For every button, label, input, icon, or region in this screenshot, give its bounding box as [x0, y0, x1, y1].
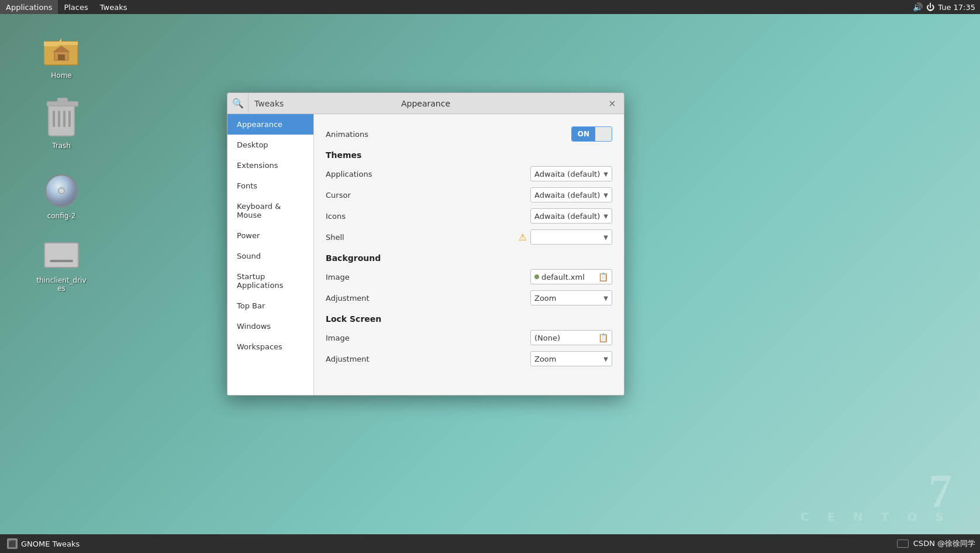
ls-adjustment-arrow-icon: ▼	[603, 356, 608, 362]
clock: Tue 17:35	[938, 3, 975, 12]
drive-icon	[43, 236, 80, 274]
top-panel-right: 🔊 ⏻ Tue 17:35	[913, 2, 980, 12]
bg-adjustment-value: Zoom	[534, 294, 556, 303]
thinclient-label: thinclient_drives	[35, 276, 88, 293]
top-panel-left: Applications Places Tweaks	[0, 0, 133, 14]
applications-theme-label: Applications	[326, 170, 372, 178]
file-dot-icon	[534, 274, 539, 279]
panel-tweaks[interactable]: Tweaks	[94, 0, 133, 14]
config2-label: config-2	[47, 212, 76, 220]
cd-icon	[43, 172, 80, 209]
cursor-theme-value: Adwaita (default)	[534, 191, 600, 200]
bg-adjustment-label: Adjustment	[326, 294, 370, 303]
ls-image-picker[interactable]: (None) 📋	[530, 330, 612, 345]
bg-image-value: default.xml	[541, 273, 585, 281]
tweaks-title: Tweaks	[249, 99, 284, 108]
bg-adjustment-row: Adjustment Zoom ▼	[326, 287, 612, 308]
sidebar-item-desktop[interactable]: Desktop	[227, 135, 313, 155]
power-icon[interactable]: ⏻	[926, 2, 934, 12]
desktop-icon-thinclient[interactable]: thinclient_drives	[35, 236, 88, 293]
icons-dropdown-arrow-icon: ▼	[603, 213, 608, 219]
search-button[interactable]: 🔍	[227, 93, 249, 114]
sidebar-item-sound[interactable]: Sound	[227, 246, 313, 266]
background-header: Background	[326, 253, 612, 263]
desktop-icon-trash[interactable]: Trash	[35, 102, 88, 150]
main-content: Animations ON Themes Applications Adwait…	[314, 114, 624, 395]
sidebar-item-workspaces[interactable]: Workspaces	[227, 336, 313, 357]
top-panel: Applications Places Tweaks 🔊 ⏻ Tue 17:35	[0, 0, 980, 14]
trash-icon	[43, 102, 80, 139]
ls-adjustment-dropdown[interactable]: Zoom ▼	[530, 351, 612, 366]
home-icon	[43, 32, 80, 69]
trash-label: Trash	[52, 142, 71, 150]
svg-rect-4	[58, 54, 65, 60]
toggle-on-text: ON	[572, 127, 595, 141]
bg-image-row: Image default.xml 📋	[326, 266, 612, 287]
taskbar-app-gnome-tweaks[interactable]: ⬛ GNOME Tweaks	[0, 534, 87, 553]
taskbar-app-icon: ⬛	[7, 538, 18, 549]
icons-theme-value: Adwaita (default)	[534, 212, 600, 221]
sidebar-item-windows[interactable]: Windows	[227, 316, 313, 336]
bottom-taskbar: ⬛ GNOME Tweaks CSDN @徐徐同学	[0, 534, 980, 553]
bottom-right: CSDN @徐徐同学	[897, 538, 980, 549]
ls-image-row: Image (None) 📋	[326, 327, 612, 348]
panel-places[interactable]: Places	[58, 0, 94, 14]
sidebar-item-keyboard-mouse[interactable]: Keyboard & Mouse	[227, 196, 313, 225]
icons-theme-dropdown[interactable]: Adwaita (default) ▼	[530, 208, 612, 224]
icons-theme-row: Icons Adwaita (default) ▼	[326, 205, 612, 226]
centos-text: C E N T O S	[800, 510, 951, 524]
applications-theme-value: Adwaita (default)	[534, 170, 600, 178]
ls-image-label: Image	[326, 334, 350, 342]
cursor-dropdown-arrow-icon: ▼	[603, 192, 608, 198]
search-icon: 🔍	[232, 98, 244, 109]
file-picker-icon: 📋	[598, 272, 608, 281]
desktop-icon-config2[interactable]: config-2	[35, 172, 88, 220]
window-controls-mini[interactable]	[897, 540, 909, 548]
volume-icon[interactable]: 🔊	[913, 2, 923, 12]
ls-adjustment-value: Zoom	[534, 355, 556, 363]
bg-adjustment-dropdown[interactable]: Zoom ▼	[530, 290, 612, 305]
shell-theme-label: Shell	[326, 233, 344, 242]
cursor-theme-label: Cursor	[326, 191, 351, 200]
shell-right: ⚠ ▼	[519, 229, 612, 245]
bg-adjustment-arrow-icon: ▼	[603, 295, 608, 301]
cursor-theme-row: Cursor Adwaita (default) ▼	[326, 184, 612, 205]
animations-toggle[interactable]: ON	[571, 126, 612, 142]
ls-image-value: (None)	[534, 334, 560, 342]
svg-marker-2	[44, 38, 78, 45]
icons-theme-label: Icons	[326, 212, 346, 221]
ls-file-picker-icon: 📋	[598, 333, 608, 342]
sidebar-item-fonts[interactable]: Fonts	[227, 176, 313, 196]
bg-image-label: Image	[326, 273, 350, 281]
shell-theme-row: Shell ⚠ ▼	[326, 226, 612, 248]
desktop-icon-home[interactable]: Home	[35, 32, 88, 80]
warning-icon: ⚠	[519, 232, 527, 243]
animations-row: Animations ON	[326, 123, 612, 145]
animations-label: Animations	[326, 130, 368, 139]
cursor-theme-dropdown[interactable]: Adwaita (default) ▼	[530, 187, 612, 202]
dropdown-arrow-icon: ▼	[603, 171, 608, 177]
csdn-label: CSDN @徐徐同学	[913, 538, 975, 549]
ls-adjustment-label: Adjustment	[326, 355, 370, 363]
window-titlebar: 🔍 Tweaks Appearance ×	[227, 93, 624, 114]
sidebar-item-power[interactable]: Power	[227, 225, 313, 246]
lockscreen-header: Lock Screen	[326, 314, 612, 324]
sidebar-item-top-bar[interactable]: Top Bar	[227, 296, 313, 316]
panel-applications[interactable]: Applications	[0, 0, 58, 14]
close-button[interactable]: ×	[603, 94, 622, 113]
close-icon: ×	[608, 98, 616, 109]
bg-image-picker[interactable]: default.xml 📋	[530, 269, 612, 284]
sidebar-item-extensions[interactable]: Extensions	[227, 155, 313, 176]
shell-dropdown-arrow-icon: ▼	[603, 234, 608, 241]
sidebar-item-appearance[interactable]: Appearance	[227, 114, 313, 135]
sidebar: Appearance Desktop Extensions Fonts Keyb…	[227, 114, 314, 395]
tweaks-window: 🔍 Tweaks Appearance × Appearance Desktop…	[227, 92, 624, 396]
window-title: Appearance	[401, 99, 450, 108]
shell-theme-dropdown[interactable]: ▼	[530, 229, 612, 245]
ls-adjustment-row: Adjustment Zoom ▼	[326, 348, 612, 369]
sidebar-item-startup-applications[interactable]: Startup Applications	[227, 266, 313, 296]
toggle-off-part	[595, 127, 612, 141]
home-label: Home	[51, 71, 71, 80]
applications-theme-dropdown[interactable]: Adwaita (default) ▼	[530, 166, 612, 181]
applications-theme-row: Applications Adwaita (default) ▼	[326, 163, 612, 184]
